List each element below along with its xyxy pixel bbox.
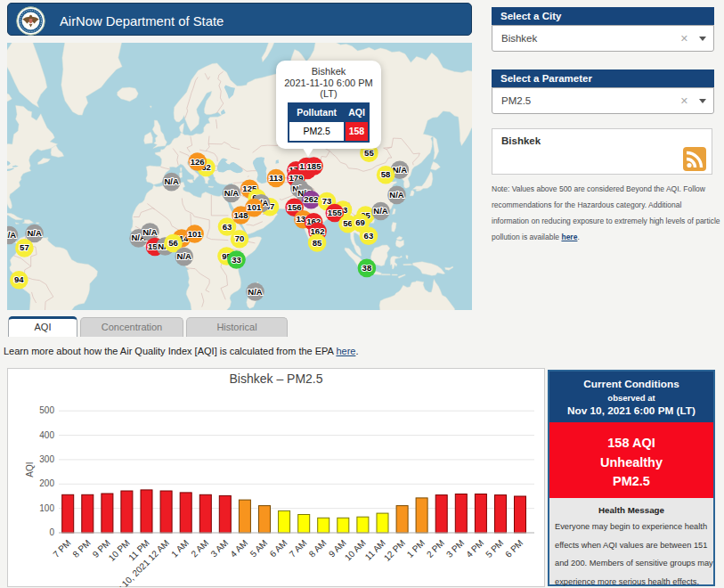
svg-text:N/A: N/A: [164, 176, 179, 186]
svg-text:400: 400: [39, 430, 54, 440]
svg-text:N/A: N/A: [224, 188, 240, 198]
svg-text:63: 63: [364, 231, 374, 241]
svg-text:73: 73: [322, 196, 332, 206]
svg-text:56: 56: [343, 218, 353, 228]
svg-text:33: 33: [232, 255, 241, 265]
svg-text:156: 156: [288, 202, 302, 212]
svg-text:155: 155: [328, 208, 343, 217]
svg-text:N/A: N/A: [393, 165, 408, 175]
svg-text:70: 70: [235, 233, 245, 243]
svg-text:N/A: N/A: [373, 206, 388, 216]
svg-text:101: 101: [188, 229, 203, 239]
svg-text:262: 262: [304, 194, 318, 204]
svg-text:N/A: N/A: [142, 227, 158, 237]
svg-text:55: 55: [364, 148, 374, 158]
svg-text:100: 100: [39, 503, 54, 513]
svg-text:101: 101: [247, 202, 262, 212]
svg-text:200: 200: [39, 478, 54, 488]
svg-text:56: 56: [168, 238, 178, 248]
svg-text:63: 63: [223, 222, 232, 232]
svg-text:Bishkek – PM2.5: Bishkek – PM2.5: [229, 372, 322, 386]
svg-text:126: 126: [191, 157, 205, 167]
svg-text:0: 0: [49, 527, 54, 537]
svg-text:94: 94: [14, 274, 24, 284]
svg-text:38: 38: [362, 263, 372, 273]
svg-text:113: 113: [269, 173, 282, 183]
svg-text:58: 58: [381, 169, 391, 179]
svg-text:300: 300: [39, 454, 54, 464]
svg-text:85: 85: [313, 238, 322, 248]
svg-text:69: 69: [355, 217, 365, 227]
svg-text:AQI: AQI: [25, 461, 35, 477]
svg-text:N/A: N/A: [389, 190, 404, 200]
svg-text:N/A: N/A: [177, 251, 192, 261]
svg-text:185: 185: [307, 161, 322, 171]
svg-text:N/A: N/A: [7, 230, 16, 240]
svg-text:500: 500: [39, 405, 54, 415]
svg-text:N/A: N/A: [248, 287, 263, 297]
svg-text:N/A: N/A: [27, 228, 42, 238]
svg-text:57: 57: [20, 242, 29, 252]
